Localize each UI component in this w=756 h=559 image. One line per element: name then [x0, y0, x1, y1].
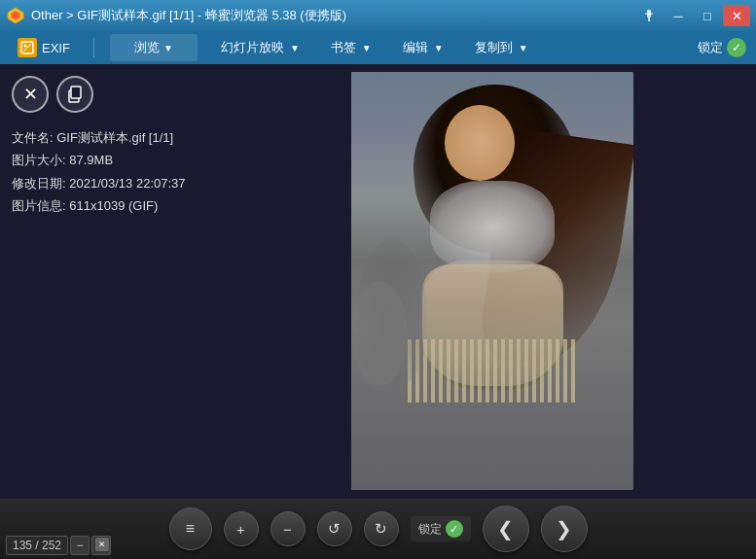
- info-panel: ✕ 文件名: GIF测试样本.gif [1/1] 图片大小: 87.9MB 修改…: [0, 64, 229, 499]
- displayed-image: [351, 72, 633, 490]
- rotate-right-icon: ↻: [375, 520, 387, 538]
- filename-value: GIF测试样本.gif [1/1]: [56, 130, 173, 145]
- browse-label: 浏览: [134, 39, 160, 56]
- action-buttons: ✕: [12, 76, 217, 113]
- rotate-left-button[interactable]: ↺: [317, 511, 352, 546]
- edit-chevron: ▼: [434, 43, 444, 53]
- next-button[interactable]: ❯: [541, 506, 588, 552]
- lock-toolbar-button[interactable]: 锁定 ✓: [698, 38, 746, 57]
- lock-toolbar-label: 锁定: [698, 39, 723, 56]
- toolbar: EXIF 浏览 ▼ 幻灯片放映 ▼ 书签 ▼ 编辑 ▼ 复制到 ▼ 锁定 ✓: [0, 31, 756, 64]
- copy-to-button[interactable]: 复制到 ▼: [467, 35, 536, 60]
- toolbar-separator-1: [93, 38, 94, 57]
- menu-button[interactable]: ≡: [169, 507, 212, 550]
- bookmarks-chevron: ▼: [362, 43, 372, 53]
- rotate-left-icon: ↺: [328, 520, 341, 538]
- window-controls: ─ □ ✕: [635, 5, 750, 26]
- rotate-right-button[interactable]: ↻: [364, 511, 399, 546]
- prev-icon: ❮: [497, 517, 514, 541]
- lock-bottom-button[interactable]: 锁定 ✓: [411, 516, 471, 542]
- image-container: [351, 72, 633, 490]
- bookmarks-button[interactable]: 书签 ▼: [323, 35, 379, 60]
- menu-icon: ≡: [186, 520, 195, 538]
- zoom-in-button[interactable]: +: [224, 511, 259, 546]
- svg-point-2: [13, 13, 18, 18]
- next-icon: ❯: [556, 517, 572, 541]
- modified-row: 修改日期: 2021/03/13 22:07:37: [12, 172, 217, 194]
- exif-icon: [18, 38, 37, 57]
- window-title: Other > GIF测试样本.gif [1/1] - 蜂蜜浏览器 5.38 (…: [31, 7, 630, 24]
- pin-button[interactable]: [635, 5, 663, 26]
- lock-check-icon: ✓: [727, 38, 746, 57]
- file-info: 文件名: GIF测试样本.gif [1/1] 图片大小: 87.9MB 修改日期…: [12, 126, 217, 218]
- zoom-out-icon: −: [283, 521, 292, 538]
- zoom-out-button[interactable]: −: [270, 511, 306, 546]
- bookmarks-label: 书签: [331, 39, 356, 56]
- page-number-display: 135 / 252: [6, 536, 68, 555]
- close-panel-button[interactable]: ✕: [12, 76, 49, 113]
- size-label: 图片大小:: [12, 153, 66, 167]
- slideshow-label: 幻灯片放映: [221, 39, 284, 56]
- titlebar: Other > GIF测试样本.gif [1/1] - 蜂蜜浏览器 5.38 (…: [0, 0, 756, 31]
- filename-row: 文件名: GIF测试样本.gif [1/1]: [12, 126, 217, 149]
- page-minus-button[interactable]: −: [70, 536, 90, 555]
- browse-chevron: ▼: [163, 43, 173, 53]
- exif-label: EXIF: [42, 41, 70, 55]
- minimize-button[interactable]: ─: [665, 5, 692, 26]
- slideshow-button[interactable]: 幻灯片放映 ▼: [213, 35, 307, 60]
- app-logo: [6, 6, 25, 25]
- image-area: [229, 64, 756, 499]
- imageinfo-row: 图片信息: 611x1039 (GIF): [12, 194, 217, 217]
- lock-check-green-icon: ✓: [446, 520, 463, 538]
- bottom-bar: 135 / 252 − + ✕ ≡ + − ↺ ↻ 锁定 ✓ ❮ ❯: [0, 499, 756, 559]
- slideshow-chevron: ▼: [290, 43, 300, 53]
- edit-button[interactable]: 编辑 ▼: [395, 35, 451, 60]
- svg-rect-10: [71, 87, 81, 98]
- size-value: 87.9MB: [69, 153, 113, 167]
- zoom-in-icon: +: [236, 521, 245, 538]
- filename-label: 文件名:: [12, 130, 54, 145]
- counter-close-button[interactable]: ✕: [95, 538, 109, 551]
- edit-label: 编辑: [403, 39, 428, 56]
- page-counter-area: 135 / 252 − + ✕: [6, 536, 111, 555]
- close-button[interactable]: ✕: [723, 5, 750, 26]
- copy-to-chevron: ▼: [519, 43, 528, 53]
- browse-button[interactable]: 浏览 ▼: [110, 34, 198, 61]
- prev-button[interactable]: ❮: [483, 506, 529, 552]
- modified-label: 修改日期:: [12, 176, 66, 191]
- lock-bottom-label: 锁定: [418, 521, 442, 538]
- maximize-button[interactable]: □: [694, 5, 721, 26]
- imageinfo-value: 611x1039 (GIF): [69, 198, 158, 213]
- imageinfo-label: 图片信息:: [12, 198, 66, 213]
- size-row: 图片大小: 87.9MB: [12, 149, 217, 171]
- exif-button[interactable]: EXIF: [10, 34, 78, 61]
- copy-to-label: 复制到: [475, 39, 513, 56]
- modified-value: 2021/03/13 22:07:37: [69, 176, 185, 191]
- svg-point-7: [24, 45, 27, 48]
- main-content: ✕ 文件名: GIF测试样本.gif [1/1] 图片大小: 87.9MB 修改…: [0, 64, 756, 499]
- copy-button[interactable]: [56, 76, 93, 113]
